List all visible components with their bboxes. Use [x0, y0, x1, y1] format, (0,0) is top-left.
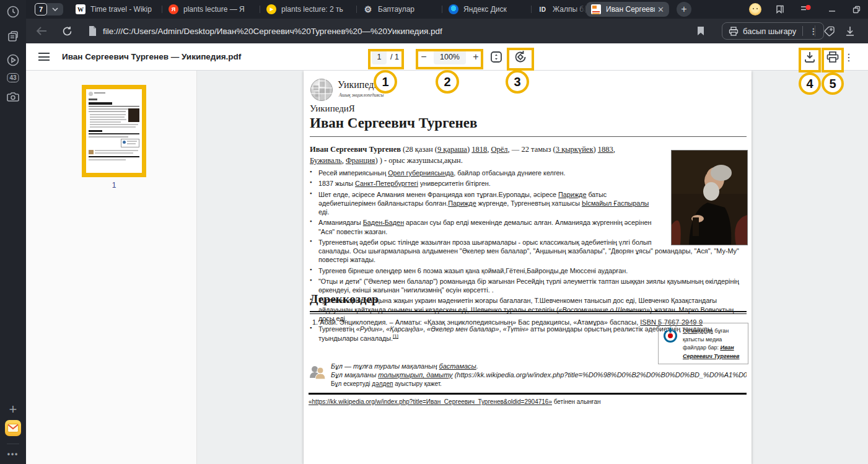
link[interactable]: Орел губерниясында: [388, 169, 454, 177]
tab-count-badge[interactable]: 43: [7, 73, 19, 82]
yandex-mail-icon[interactable]: [5, 420, 21, 436]
tab-label-fade: [431, 0, 442, 19]
link[interactable]: Баден-Баден: [363, 219, 404, 226]
video-play-icon[interactable]: [6, 53, 20, 67]
fit-to-page-icon[interactable]: [489, 50, 504, 64]
link[interactable]: бастамасы: [439, 362, 476, 370]
pdf-more-kebab[interactable]: ⋮: [845, 50, 853, 64]
thumbnail-page-1[interactable]: [82, 85, 146, 177]
rotate-icon[interactable]: [513, 50, 528, 64]
sources-heading: Дереккөздер: [310, 292, 747, 306]
link[interactable]: толықтырып, дамыту: [378, 371, 452, 379]
disk-favicon: [449, 4, 458, 14]
toolbar-divider: [815, 25, 815, 37]
link[interactable]: 3 қыркүйек: [556, 145, 594, 154]
wikipedia-favicon: [76, 4, 85, 14]
link[interactable]: дәлдеп: [372, 380, 393, 387]
bullet-item: Тургенев бірнеше өлеңдер мен 6 поэма жаз…: [310, 266, 747, 275]
downloads-icon[interactable]: [845, 26, 855, 37]
tab-id[interactable]: Жалпы баптаулар: [532, 0, 586, 19]
footer-source-link[interactable]: «https://kk.wikipedia.org/w/index.php?ti…: [309, 398, 552, 405]
new-tab-button[interactable]: +: [677, 2, 691, 17]
profile-avatar[interactable]: [749, 3, 761, 15]
bullet-item: "Отцы и дети" ("Әкелер мен балалар") ром…: [310, 277, 747, 295]
pdf-favicon: [591, 4, 601, 14]
pdf-download-icon[interactable]: [802, 50, 817, 64]
link[interactable]: Ортаққорда: [683, 328, 713, 334]
link[interactable]: Парижде: [558, 191, 586, 198]
link[interactable]: Буживаль: [310, 156, 342, 165]
print-options-kebab[interactable]: ⋮: [807, 27, 820, 36]
sidebar-add-icon[interactable]: +: [9, 401, 17, 418]
tab-play[interactable]: plants lecture: 2 ть: [260, 0, 357, 19]
wikipedia-globe-logo: [310, 78, 333, 104]
bookmarks-panel-icon[interactable]: [774, 4, 786, 14]
collections-tag-icon[interactable]: [824, 26, 835, 37]
zoom-out-button[interactable]: −: [418, 50, 430, 64]
tab-bar: 7 Time travel - Wikipplants lecture — Яp…: [26, 0, 868, 19]
menu-notification-icon[interactable]: [800, 4, 812, 14]
background-tabs: Time travel - Wikipplants lecture — Яpla…: [69, 0, 586, 19]
page-footer: «https://kk.wikipedia.org/w/index.php?ti…: [309, 398, 601, 405]
link[interactable]: 1883: [598, 145, 613, 154]
zoom-level-input[interactable]: 100%: [434, 50, 466, 64]
pdf-menu-icon[interactable]: [38, 53, 50, 61]
link[interactable]: [1]: [393, 333, 398, 339]
active-tab-label: Иван Сергееви: [606, 5, 655, 14]
tab-panels-icon[interactable]: [6, 30, 20, 43]
stub-line-3: Бұл ескертуді дәлдеп ауыстыру қажет.: [331, 380, 442, 387]
bookmark-filled-icon[interactable]: [696, 26, 705, 36]
sidebar-more-icon[interactable]: •••: [7, 450, 19, 458]
reload-icon[interactable]: [62, 26, 72, 37]
pdf-print-icon[interactable]: [825, 50, 840, 64]
annotation-callout-5: 5: [822, 72, 844, 95]
play-favicon: [266, 4, 276, 14]
tab-disk[interactable]: Яндекс Диск: [442, 0, 532, 19]
pdf-page: УикипедиЯ Ашық энциклопедиясы УикипедиЯ …: [304, 71, 752, 464]
chevron-down-icon: [52, 7, 58, 11]
screenshot-camera-icon[interactable]: [6, 90, 20, 104]
thumbnail-panel: 1: [26, 71, 197, 464]
sources-rule-bottom: [310, 313, 747, 314]
tab-label: Баптаулар: [378, 5, 414, 14]
tab-label-fade: [151, 0, 162, 19]
sources-rule-top: [310, 311, 747, 312]
link[interactable]: Ысмайыл Ғаспыралы: [582, 199, 649, 207]
link[interactable]: Санкт-Петербургтегі: [355, 180, 418, 187]
minimize-button[interactable]: [826, 4, 838, 14]
footer-divider: [309, 393, 747, 395]
history-icon[interactable]: [6, 5, 20, 19]
tab-gear[interactable]: Баптаулар: [357, 0, 442, 19]
pdf-viewer: УикипедиЯ Ашық энциклопедиясы УикипедиЯ …: [198, 71, 859, 464]
stub-line-2: Бұл мақаланы толықтырып, дамыту (https:/…: [331, 371, 747, 379]
page-file-icon[interactable]: [89, 26, 97, 36]
link[interactable]: 1818: [471, 145, 487, 154]
gear-favicon: [363, 4, 373, 14]
restore-button[interactable]: [851, 4, 862, 14]
button-divider: [802, 26, 803, 36]
stub-edit-url[interactable]: (https://kk.wikipedia.org/w/index.php?ti…: [455, 371, 747, 379]
stub-line-1: Бұл — тұлға туралы мақаланың бастамасы.: [331, 362, 478, 370]
commons-logo-icon: [662, 327, 678, 360]
zoom-controls: − 100% +: [418, 50, 482, 64]
browser-sidebar: 43 + •••: [0, 0, 26, 464]
page-number-input[interactable]: 1: [372, 50, 387, 64]
page-total-label: / 1: [390, 53, 399, 61]
tab-label-fade: [520, 0, 531, 19]
tab-close-icon[interactable]: ✕: [657, 5, 664, 14]
print-page-button[interactable]: басып шығару ⋮: [722, 22, 824, 40]
tab-wikipedia[interactable]: Time travel - Wikip: [69, 0, 162, 19]
back-icon[interactable]: [36, 27, 47, 35]
tab-active-pdf[interactable]: Иван Сергееви ✕: [586, 2, 669, 17]
site-name: УикипедиЯ: [310, 103, 355, 114]
link[interactable]: Парижде: [448, 199, 476, 207]
link[interactable]: Орёл: [491, 145, 507, 154]
tab-label: plants lecture — Я: [183, 5, 245, 14]
tab-yandex[interactable]: plants lecture — Я: [162, 0, 260, 19]
url-text[interactable]: file:///C:/Users/Admin/Desktop/Иван%20Се…: [103, 27, 442, 36]
tab-counter-control[interactable]: 7: [35, 3, 63, 15]
link[interactable]: Франция: [346, 156, 375, 165]
printer-icon: [729, 27, 739, 36]
zoom-in-button[interactable]: +: [470, 50, 482, 64]
link[interactable]: 9 қараша: [437, 145, 467, 154]
